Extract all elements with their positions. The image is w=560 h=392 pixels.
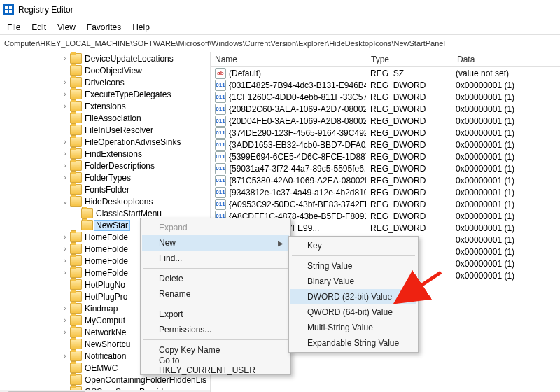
tree-item-label: Notification [85,351,126,361]
value-row[interactable]: 011{20D04FE0-3AEA-1069-A2D8-08002...REG_… [211,115,560,127]
column-header-data[interactable]: Data [453,53,560,66]
folder-icon [70,351,82,361]
menu-edit[interactable]: Edit [26,21,52,34]
chevron-right-icon[interactable]: › [60,245,70,253]
tree-item-label: FileInUseResolver [85,125,153,135]
chevron-right-icon[interactable]: › [60,174,70,181]
tree-item[interactable]: FontsFolder [0,183,210,195]
column-header-name[interactable]: Name [211,53,367,66]
menu-item[interactable]: Multi-String Value [290,320,416,335]
value-data: 0x00000001 (1) [451,211,560,221]
menu-item[interactable]: String Value [290,258,416,274]
menu-item[interactable]: Expandable String Value [290,335,416,351]
tree-item[interactable]: ›FolderDescriptions [0,160,210,172]
address-bar[interactable]: Computer\HKEY_LOCAL_MACHINE\SOFTWARE\Mic… [0,35,560,52]
column-header-type[interactable]: Type [367,53,453,66]
menu-item-label: Go to HKEY_CURRENT_USER [159,356,272,375]
tree-item[interactable]: DocObjectView [0,64,210,76]
menu-separator [292,255,415,256]
value-row[interactable]: 011{374DE290-123F-4565-9164-39C492...REG… [211,127,560,139]
chevron-right-icon[interactable]: › [60,352,70,360]
value-data: 0x00000001 (1) [451,80,560,90]
folder-icon [70,101,82,111]
tree-item[interactable]: FileInUseResolver [0,124,210,136]
chevron-right-icon[interactable]: › [60,138,70,146]
chevron-right-icon[interactable]: › [60,269,70,276]
content: ›DeviceUpdateLocationsDocObjectView›Driv… [0,52,560,392]
menu-item[interactable]: Go to HKEY_CURRENT_USER [142,358,289,373]
chevron-right-icon[interactable]: › [60,150,70,158]
menu-item-label: DWORD (32-bit) Value [307,292,392,302]
tree-item[interactable]: ›Extensions [0,100,210,112]
value-data: 0x00000001 (1) [451,271,560,281]
menu-item-label: Permissions... [159,325,211,335]
context-menu[interactable]: ExpandNew▶Find...DeleteRenameExportPermi… [140,218,291,375]
tree-item-label: Kindmap [85,304,118,314]
menu-item[interactable]: Find... [142,251,289,266]
menu-item[interactable]: Key [290,238,416,253]
folder-icon [70,327,82,337]
menu-item[interactable]: Export [142,307,289,322]
menu-item[interactable]: Binary Value [290,274,416,289]
tree-item[interactable]: ›DeviceUpdateLocations [0,52,210,64]
menu-file[interactable]: File [1,21,26,34]
menu-favorites[interactable]: Favorites [81,21,127,34]
tree-item-label: FolderDescriptions [85,161,155,171]
chevron-right-icon[interactable]: › [60,102,70,110]
value-row[interactable]: 011{1CF1260C-4DD0-4ebb-811F-33C57...REG_… [211,91,560,103]
chevron-right-icon[interactable]: › [60,233,70,241]
chevron-right-icon[interactable]: › [60,257,70,265]
value-row[interactable]: 011{9343812e-1c37-4a49-a12e-4b2d810...RE… [211,186,560,198]
value-row[interactable]: 011{3ADD1653-EB32-4cb0-BBD7-DFA0A...REG_… [211,139,560,150]
tree-item[interactable]: FileAssociation [0,112,210,124]
value-data: 0x00000001 (1) [451,92,560,102]
chevron-right-icon[interactable]: › [60,78,70,86]
value-type: REG_DWORD [366,116,451,126]
value-name: {1CF1260C-4DD0-4ebb-811F-33C57... [229,92,366,102]
value-row[interactable]: 011{5399E694-6CE5-4D6C-8FCE-1D8870...REG… [211,150,560,162]
value-row[interactable]: 011{208D2C60-3AEA-1069-A2D7-08002...REG_… [211,103,560,115]
folder-icon [81,220,93,230]
chevron-right-icon[interactable]: › [60,328,70,336]
tree-item-label: FindExtensions [85,149,142,159]
folder-icon [70,113,82,123]
value-row[interactable]: 011{871C5380-42A0-1069-A2EA-08002B...REG… [211,174,560,186]
chevron-right-icon[interactable]: › [60,90,70,98]
tree-item[interactable]: ›FolderTypes [0,172,210,183]
menu-item[interactable]: Delete [142,271,289,286]
menu-item-label: Rename [159,289,190,299]
tree-item[interactable]: ⌄HideDesktopIcons [0,195,210,207]
menu-help[interactable]: Help [127,21,155,34]
menu-view[interactable]: View [52,21,81,34]
folder-icon [70,303,82,314]
menu-item: Expand [142,220,289,235]
chevron-down-icon[interactable]: ⌄ [60,197,70,205]
value-name: {3ADD1653-EB32-4cb0-BBD7-DFA0A... [229,140,366,150]
value-row[interactable]: 011{A0953C92-50DC-43bf-BE83-3742FE...REG… [211,198,560,210]
tree-item[interactable]: ›DriveIcons [0,76,210,88]
tree-item[interactable]: OpenContainingFolderHiddenLis [0,374,210,386]
folder-icon [70,363,82,373]
menu-item[interactable]: Permissions... [142,322,289,337]
tree-item[interactable]: ›ExecuteTypeDelegates [0,88,210,100]
value-row[interactable]: 011{031E4825-7B94-4dc3-B131-E946B4...REG… [211,79,560,91]
tree-item-label: FileOperationAdviseSinks [85,137,181,147]
value-name: (Default) [229,69,261,78]
menu-item[interactable]: DWORD (32-bit) Value [290,289,416,304]
value-row[interactable]: 011{59031a47-3f72-44a7-89c5-5595fe6...RE… [211,162,560,174]
chevron-right-icon[interactable]: › [60,304,70,312]
chevron-right-icon[interactable]: › [60,162,70,169]
dword-value-icon: 011 [215,187,226,198]
tree-item[interactable]: ›FindExtensions [0,148,210,160]
menu-item[interactable]: QWORD (64-bit) Value [290,304,416,320]
submenu-new[interactable]: KeyString ValueBinary ValueDWORD (32-bit… [288,236,419,353]
tree-item[interactable]: ›FileOperationAdviseSinks [0,136,210,148]
chevron-right-icon[interactable]: › [60,316,70,324]
value-row[interactable]: ab(Default)REG_SZ(value not set) [211,67,560,79]
menu-item[interactable]: New▶ [142,235,289,251]
chevron-right-icon[interactable]: › [60,55,70,62]
menu-item[interactable]: Rename [142,286,289,302]
menu-separator [144,340,288,340]
tree-item-label: MyComput [85,316,125,326]
menu-item-label: New [159,238,176,248]
